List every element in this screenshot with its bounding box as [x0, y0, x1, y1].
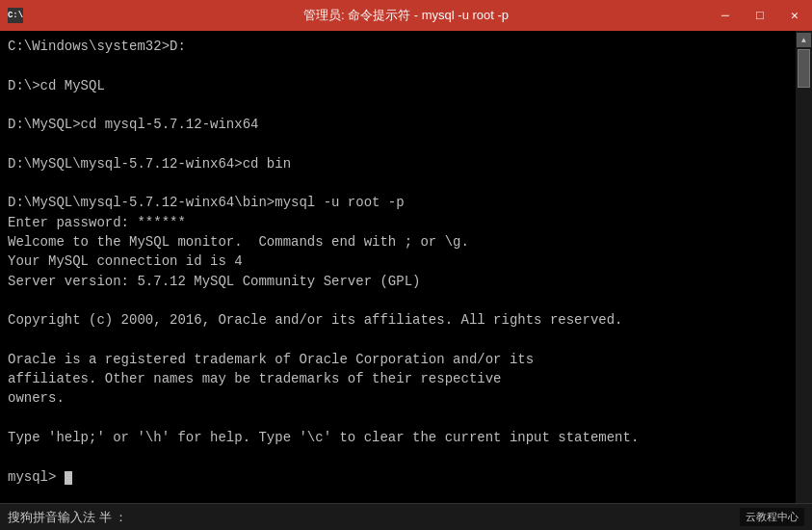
title-bar: C:\ 管理员: 命令提示符 - mysql -u root -p ─ □ ✕ — [0, 0, 812, 31]
minimize-button[interactable]: ─ — [708, 0, 743, 31]
scrollbar[interactable]: ▲ — [796, 31, 812, 503]
cursor — [65, 471, 72, 485]
window-body: C:\Windows\system32>D: D:\>cd MySQL D:\M… — [0, 31, 812, 503]
bottom-bar: 搜狗拼音输入法 半 ： 云教程中心 — [0, 503, 812, 530]
window-icon: C:\ — [8, 8, 23, 23]
title-bar-buttons: ─ □ ✕ — [708, 0, 812, 31]
window: C:\ 管理员: 命令提示符 - mysql -u root -p ─ □ ✕ … — [0, 0, 812, 530]
close-button[interactable]: ✕ — [777, 0, 812, 31]
restore-button[interactable]: □ — [743, 0, 777, 31]
title-bar-title: 管理员: 命令提示符 - mysql -u root -p — [303, 7, 509, 24]
title-bar-left: C:\ — [8, 8, 23, 23]
scroll-thumb[interactable] — [798, 49, 810, 88]
terminal-output[interactable]: C:\Windows\system32>D: D:\>cd MySQL D:\M… — [0, 31, 796, 503]
ime-indicator: 搜狗拼音输入法 半 ： — [8, 509, 127, 526]
watermark-text: 云教程中心 — [740, 508, 804, 526]
scroll-up-arrow[interactable]: ▲ — [797, 33, 811, 47]
